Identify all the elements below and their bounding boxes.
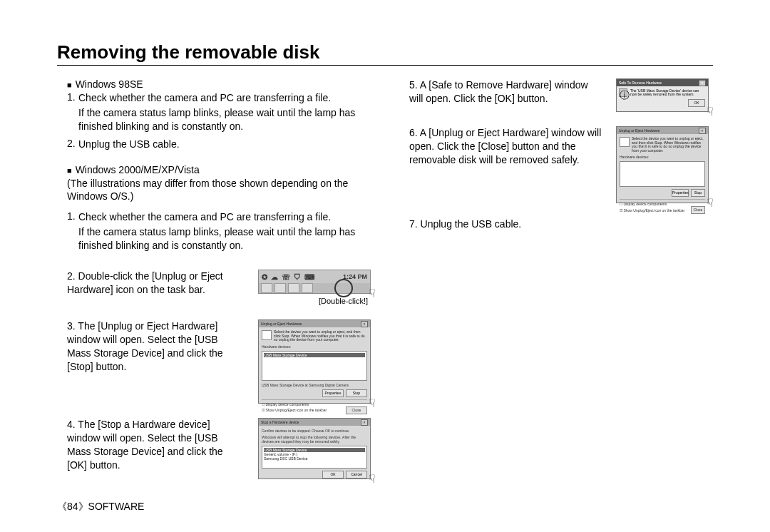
info-icon	[620, 137, 630, 147]
step5-row: 5. A [Safe to Remove Hardware] window wi…	[399, 78, 713, 112]
step6-figure: Unplug or Eject Hardware × Select the de…	[616, 126, 709, 203]
step2-row: 2. Double-click the [Unplug or Eject Har…	[57, 270, 371, 305]
dialog-info: Select the device you want to unplug or …	[620, 137, 705, 153]
pointer-icon: ☟	[369, 472, 376, 486]
properties-button: Properties	[672, 189, 689, 197]
step4-row: 4. The [Stop a Hardware device] window w…	[57, 418, 371, 479]
dialog-buttons: Properties Stop	[262, 389, 367, 397]
step-text: The [Stop a Hardware device] window will…	[67, 419, 223, 471]
step-text: A [Safe to Remove Hardware] window will …	[409, 79, 588, 104]
stop-button: Stop	[346, 389, 367, 397]
unplug-dialog-final: Unplug or Eject Hardware × Select the de…	[616, 126, 709, 203]
step-number: 6.	[409, 127, 418, 138]
pointer-icon: ☟	[369, 287, 376, 300]
highlight-circle	[334, 279, 353, 297]
step-number: 1.	[57, 91, 78, 103]
tray-icon	[274, 283, 286, 293]
left-column: Windows 98SE 1. Check whether the camera…	[57, 78, 371, 479]
close-button: Close	[691, 206, 705, 214]
device-item: USB Mass Storage Device	[264, 353, 365, 357]
right-column: 5. A [Safe to Remove Hardware] window wi…	[399, 78, 713, 479]
tooltip-text: The 'USB Mass Storage Device' device can…	[630, 89, 706, 97]
pointer-icon: ☟	[369, 397, 376, 410]
tooltip-title: Safe To Remove Hardware ×	[617, 79, 708, 86]
dialog-body: Select the device you want to unplug or …	[259, 327, 370, 417]
step5-text: 5. A [Safe to Remove Hardware] window wi…	[399, 78, 602, 106]
step2-text: 2. Double-click the [Unplug or Eject Har…	[57, 270, 244, 297]
step3-row: 3. The [Unplug or Eject Hardware] window…	[57, 319, 371, 404]
step-text: Unplug the USB cable.	[421, 218, 522, 230]
page-footer: 《84》SOFTWARE	[57, 501, 144, 513]
list-label: Hardware devices:	[620, 155, 705, 159]
info-text: Select the device you want to unplug or …	[274, 330, 367, 342]
dialog-buttons: OK Cancel	[262, 471, 367, 479]
step4-figure: Stop a Hardware device × Confirm devices…	[258, 418, 371, 479]
ok-button: OK	[322, 471, 344, 479]
close-button: Close	[346, 406, 367, 414]
dialog-footer: ☐ Display device components ☑ Show Unplu…	[620, 199, 705, 214]
step3-figure: Unplug or Eject Hardware × Select the de…	[258, 319, 371, 404]
ok-button: OK	[688, 99, 705, 107]
step-text: Check whether the camera and PC are tran…	[78, 91, 371, 105]
stop-device-dialog: Stop a Hardware device × Confirm devices…	[258, 418, 371, 479]
tooltip-body: ⓘ The 'USB Mass Storage Device' device c…	[617, 86, 708, 99]
win98-step1: 1. Check whether the camera and PC are t…	[57, 91, 371, 105]
step5-figure: Safe To Remove Hardware × ⓘ The 'USB Mas…	[616, 78, 709, 112]
dialog-title: Stop a Hardware device	[261, 420, 299, 424]
heading-win98: Windows 98SE	[57, 78, 371, 90]
pointer-icon: ☟	[707, 196, 714, 210]
dialog-titlebar: Unplug or Eject Hardware ×	[617, 127, 708, 134]
os-note: (The illustrations may differ from those…	[57, 177, 371, 204]
properties-button: Properties	[322, 389, 344, 397]
taskbar-tray-bottom	[259, 283, 370, 293]
step1: 1. Check whether the camera and PC are t…	[57, 210, 371, 224]
checkbox-row: ☑ Show Unplug/Eject icon on the taskbar	[620, 208, 684, 213]
footer-section: SOFTWARE	[88, 501, 145, 512]
device-caption: USB Mass Storage Device at Samsung Digit…	[262, 383, 367, 387]
content-columns: Windows 98SE 1. Check whether the camera…	[57, 78, 713, 479]
list-label: Hardware devices:	[262, 344, 367, 349]
dialog-body: Confirm devices to be stopped. Choose OK…	[259, 426, 370, 484]
tray-icon	[261, 283, 272, 293]
close-icon: ×	[699, 128, 706, 134]
step6-text: 6. A [Unplug or Eject Hardware] window w…	[399, 126, 602, 167]
dialog-buttons: Properties Stop	[620, 189, 705, 197]
step1-note: If the camera status lamp blinks, please…	[57, 225, 371, 252]
win98-step1-note: If the camera status lamp blinks, please…	[57, 106, 371, 133]
safe-remove-tooltip: Safe To Remove Hardware × ⓘ The 'USB Mas…	[616, 78, 709, 112]
step4-text: 4. The [Stop a Hardware device] window w…	[57, 418, 244, 472]
checkbox-row: ☑ Show Unplug/Eject icon on the taskbar	[262, 408, 327, 412]
tray-icon	[288, 283, 299, 293]
manual-page: Removing the removable disk Windows 98SE…	[0, 0, 770, 532]
device-list: USB Mass Storage Device	[262, 351, 367, 381]
step-text: The [Unplug or Eject Hardware] window wi…	[67, 320, 223, 372]
step-text: Unplug the USB cable.	[78, 138, 371, 151]
info-text: Select the device you want to unplug or …	[632, 137, 705, 153]
tooltip-buttons: OK	[617, 99, 708, 109]
device-list: USB Mass Storage Device Generic volume -…	[262, 446, 367, 469]
taskbar-tray-top: ✪ ☁ ☏ ⛉ ⌨ 1:24 PM	[259, 270, 370, 283]
info-icon: ⓘ	[619, 88, 627, 97]
step7-row: 7. Unplug the USB cable.	[399, 218, 713, 231]
stop-button: Stop	[691, 189, 705, 197]
close-icon: ×	[699, 80, 706, 86]
dialog-title: Unplug or Eject Hardware	[619, 128, 659, 133]
step-text: Double-click the [Unplug or Eject Hardwa…	[67, 270, 223, 295]
step-number: 4.	[67, 419, 76, 430]
step-number: 5.	[409, 79, 418, 91]
close-icon: ×	[361, 321, 368, 327]
step6-row: 6. A [Unplug or Eject Hardware] window w…	[399, 126, 713, 203]
heading-win2000: Windows 2000/ME/XP/Vista	[57, 164, 371, 175]
step7-text: 7. Unplug the USB cable.	[399, 218, 602, 231]
step-number: 1.	[57, 210, 78, 222]
device-list	[620, 161, 705, 187]
dialog-info: Select the device you want to unplug or …	[262, 330, 367, 342]
page-title: Removing the removable disk	[57, 41, 713, 66]
step-number: 3.	[67, 320, 76, 332]
cancel-button: Cancel	[346, 471, 367, 479]
tray-icon	[302, 283, 313, 293]
step3-text: 3. The [Unplug or Eject Hardware] window…	[57, 319, 244, 374]
info-icon	[262, 330, 272, 340]
dialog-title: Unplug or Eject Hardware	[261, 322, 302, 326]
page-number: 《84》	[57, 501, 88, 512]
